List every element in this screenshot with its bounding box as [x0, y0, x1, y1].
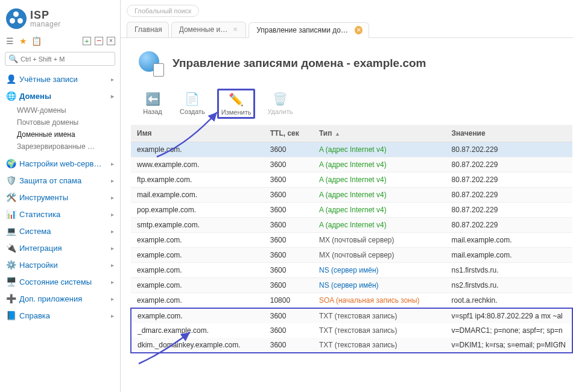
- sidebar-item-accounts[interactable]: 👤Учётные записи▸: [0, 71, 120, 87]
- cell-name: ftp.example.com.: [131, 172, 264, 188]
- table-row[interactable]: _dmarc.example.com.3600TXT (текстовая за…: [131, 323, 572, 338]
- table-row[interactable]: pop.example.com.3600A (адрес Internet v4…: [131, 203, 572, 218]
- sidebar-item-help[interactable]: 📘Справка▸: [0, 307, 120, 324]
- table-row[interactable]: example.com.3600MX (почтовый сервер)mail…: [131, 248, 572, 263]
- accounts-icon: 👤: [6, 74, 16, 84]
- cell-ttl: 3600: [264, 233, 313, 248]
- cell-type: MX (почтовый сервер): [313, 248, 446, 263]
- sidebar-subitem-www[interactable]: WWW-домены: [17, 104, 120, 116]
- cell-name: example.com.: [131, 233, 264, 248]
- system-icon: 💻: [6, 226, 16, 236]
- sidebar-item-domains[interactable]: 🌐Домены▸: [0, 87, 120, 104]
- table-row[interactable]: dkim._domainkey.example.com.3600TXT (тек…: [131, 338, 572, 353]
- cell-ttl: 3600: [264, 188, 313, 203]
- action-bar: ⬅️Назад📄Создать✏️Изменить🗑️Удалить: [121, 80, 573, 125]
- col-ttl[interactable]: TTL, сек: [264, 125, 313, 142]
- cell-type: TXT (текстовая запись): [313, 308, 446, 323]
- table-row[interactable]: ftp.example.com.3600A (адрес Internet v4…: [131, 172, 572, 188]
- global-search[interactable]: Глобальный поиск: [127, 5, 199, 17]
- sidebar-item-label: Инструменты: [19, 193, 68, 202]
- sidebar-item-stats[interactable]: 📊Статистика▸: [0, 206, 120, 223]
- topbar: Глобальный поиск: [121, 0, 573, 17]
- table-row[interactable]: example.com.3600TXT (текстовая запись)v=…: [131, 308, 572, 323]
- cell-type: A (адрес Internet v4): [313, 172, 446, 188]
- cell-type: MX (почтовый сервер): [313, 233, 446, 248]
- cell-type: NS (сервер имён): [313, 263, 446, 278]
- expand-all-icon[interactable]: +: [83, 37, 91, 45]
- sidebar-item-settings[interactable]: ⚙️Настройки▸: [0, 256, 120, 273]
- sidebar-item-system[interactable]: 💻Система▸: [0, 223, 120, 239]
- cell-ttl: 3600: [264, 218, 313, 233]
- edit-button[interactable]: ✏️Изменить: [217, 89, 256, 119]
- list-icon[interactable]: ☰: [5, 36, 14, 46]
- cell-ttl: 3600: [264, 338, 313, 353]
- logo: ISP manager: [0, 5, 120, 34]
- clipboard-icon[interactable]: 📋: [31, 36, 41, 46]
- sidebar-item-antispam[interactable]: 🛡️Защита от спама▸: [0, 172, 120, 189]
- table-row[interactable]: www.example.com.3600A (адрес Internet v4…: [131, 157, 572, 172]
- search-input[interactable]: [21, 55, 112, 63]
- page-title: Управление записями домена - example.com: [173, 57, 426, 70]
- cell-type: NS (сервер имён): [313, 278, 446, 293]
- table-row[interactable]: example.com.3600MX (почтовый сервер)mail…: [131, 233, 572, 248]
- cell-type: A (адрес Internet v4): [313, 157, 446, 172]
- help-icon: 📘: [6, 311, 16, 320]
- col-name[interactable]: Имя: [131, 125, 264, 142]
- table-header-row: Имя TTL, сек Тип ▲ Значение: [131, 125, 572, 142]
- sidebar-subitem-reserved[interactable]: Зарезервированные …: [17, 141, 120, 153]
- cell-ttl: 3600: [264, 248, 313, 263]
- table-row[interactable]: mail.example.com.3600A (адрес Internet v…: [131, 188, 572, 203]
- col-type[interactable]: Тип ▲: [313, 125, 446, 142]
- create-button[interactable]: 📄Создать: [176, 89, 209, 118]
- back-button[interactable]: ⬅️Назад: [138, 89, 168, 118]
- state-icon: 🖥️: [6, 277, 16, 286]
- chevron-right-icon: ▸: [111, 245, 114, 251]
- cell-value: 80.87.202.229: [446, 142, 572, 157]
- sidebar-item-label: Состояние системы: [19, 277, 92, 286]
- cell-name: mail.example.com.: [131, 188, 264, 203]
- sidebar-item-extra[interactable]: ➕Доп. приложения▸: [0, 290, 120, 307]
- sidebar-item-label: Система: [19, 227, 51, 236]
- cell-name: pop.example.com.: [131, 203, 264, 218]
- table-row[interactable]: example.com.3600A (адрес Internet v4)80.…: [131, 142, 572, 157]
- chevron-right-icon: ▸: [111, 160, 114, 167]
- extra-icon: ➕: [6, 294, 16, 303]
- domains-icon: 🌐: [6, 91, 16, 101]
- delete-icon: 🗑️: [272, 91, 288, 107]
- col-value[interactable]: Значение: [446, 125, 572, 142]
- tab-records[interactable]: Управление записями домен…×: [249, 22, 369, 38]
- chevron-right-icon: ▸: [111, 177, 114, 184]
- cell-type: A (адрес Internet v4): [313, 188, 446, 203]
- star-icon[interactable]: ★: [18, 36, 28, 46]
- sidebar-item-state[interactable]: 🖥️Состояние системы▸: [0, 273, 120, 290]
- close-icon[interactable]: ×: [355, 26, 362, 34]
- close-all-icon[interactable]: ×: [107, 37, 115, 45]
- table-row[interactable]: example.com.10800SOA (начальная запись з…: [131, 293, 572, 309]
- tab-main[interactable]: Главная: [127, 22, 169, 37]
- sidebar: ISP manager ☰ ★ 📋 + − × 🔍 👤Учётные запис…: [0, 0, 121, 392]
- page-header: Управление записями домена - example.com: [121, 38, 573, 80]
- tab-label: Доменные и…: [179, 25, 227, 34]
- cell-name: example.com.: [131, 142, 264, 157]
- cell-name: www.example.com.: [131, 157, 264, 172]
- table-row[interactable]: example.com.3600NS (сервер имён)ns2.firs…: [131, 278, 572, 293]
- sidebar-search[interactable]: 🔍: [5, 52, 115, 66]
- tab-dnames[interactable]: Доменные и…×: [171, 22, 246, 37]
- sidebar-item-integration[interactable]: 🔌Интеграция▸: [0, 239, 120, 256]
- table-row[interactable]: smtp.example.com.3600A (адрес Internet v…: [131, 218, 572, 233]
- sidebar-item-tools[interactable]: 🛠️Инструменты▸: [0, 189, 120, 206]
- action-label: Изменить: [221, 109, 252, 116]
- sidebar-subitem-names[interactable]: Доменные имена: [17, 128, 120, 141]
- sidebar-toolbar: ☰ ★ 📋 + − ×: [0, 34, 120, 49]
- chevron-right-icon: ▸: [111, 194, 114, 201]
- collapse-all-icon[interactable]: −: [95, 37, 103, 45]
- sidebar-item-websettings[interactable]: 🌍Настройки web-серв…▸: [0, 155, 120, 172]
- logo-subtitle: manager: [30, 21, 61, 28]
- sidebar-item-label: Доп. приложения: [19, 294, 82, 303]
- close-icon[interactable]: ×: [231, 25, 239, 34]
- chevron-right-icon: ▸: [111, 312, 114, 319]
- table-row[interactable]: example.com.3600NS (сервер имён)ns1.firs…: [131, 263, 572, 278]
- logo-brand: ISP: [30, 10, 61, 21]
- sidebar-subitem-mail[interactable]: Почтовые домены: [17, 116, 120, 128]
- cell-ttl: 10800: [264, 293, 313, 309]
